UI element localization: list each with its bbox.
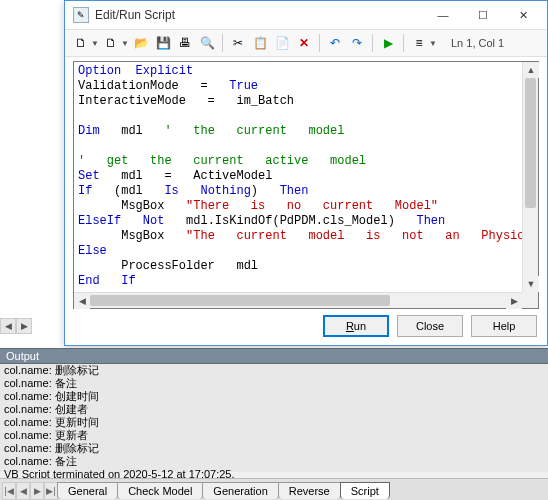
separator xyxy=(372,34,373,52)
output-line: col.name: 创建者 xyxy=(4,403,544,416)
background-scrollbar[interactable]: ◀ ▶ xyxy=(0,310,60,342)
titlebar: ✎ Edit/Run Script — ☐ ✕ xyxy=(65,1,547,29)
output-body[interactable]: col.name: 删除标记 col.name: 备注 col.name: 创建… xyxy=(0,364,548,472)
scroll-thumb[interactable] xyxy=(525,78,536,208)
chevron-down-icon[interactable]: ▼ xyxy=(429,39,437,48)
run-icon[interactable]: ▶ xyxy=(378,33,398,53)
scroll-left-icon[interactable]: ◀ xyxy=(74,293,90,309)
separator xyxy=(222,34,223,52)
tab-reverse[interactable]: Reverse xyxy=(278,482,341,499)
run-button[interactable]: RRunun xyxy=(323,315,389,337)
tab-generation[interactable]: Generation xyxy=(202,482,278,499)
new-doc-icon[interactable]: 🗋 xyxy=(101,33,121,53)
output-line: col.name: 删除标记 xyxy=(4,364,544,377)
redo-icon[interactable]: ↷ xyxy=(347,33,367,53)
tab-script[interactable]: Script xyxy=(340,482,390,499)
maximize-button[interactable]: ☐ xyxy=(463,3,503,27)
tab-nav-prev-icon[interactable]: ◀ xyxy=(16,482,30,500)
cut-icon[interactable]: ✂ xyxy=(228,33,248,53)
scroll-left-icon[interactable]: ◀ xyxy=(0,318,16,334)
vertical-scrollbar[interactable]: ▲ ▼ xyxy=(522,62,538,292)
chevron-down-icon[interactable]: ▼ xyxy=(121,39,129,48)
cursor-position: Ln 1, Col 1 xyxy=(451,37,504,49)
copy-icon[interactable]: 📋 xyxy=(250,33,270,53)
code-content[interactable]: Option Explicit ValidationMode = True In… xyxy=(74,62,522,292)
tab-check-model[interactable]: Check Model xyxy=(117,482,203,499)
tab-nav-first-icon[interactable]: |◀ xyxy=(2,482,16,500)
scroll-up-icon[interactable]: ▲ xyxy=(523,62,539,78)
save-icon[interactable]: 💾 xyxy=(153,33,173,53)
menu-icon[interactable]: ≡ xyxy=(409,33,429,53)
output-panel: Output col.name: 删除标记 col.name: 备注 col.n… xyxy=(0,348,548,472)
dialog-title: Edit/Run Script xyxy=(95,8,423,22)
toolbar: 🗋 ▼ 🗋 ▼ 📂 💾 🖶 🔍 ✂ 📋 📄 ✕ ↶ ↷ ▶ ≡ ▼ Ln 1, … xyxy=(65,29,547,57)
scroll-thumb[interactable] xyxy=(90,295,390,306)
output-line: col.name: 更新时间 xyxy=(4,416,544,429)
output-line: col.name: 备注 xyxy=(4,455,544,468)
output-header: Output xyxy=(0,348,548,364)
paste-icon[interactable]: 📄 xyxy=(272,33,292,53)
scroll-right-icon[interactable]: ▶ xyxy=(16,318,32,334)
tab-general[interactable]: General xyxy=(57,482,118,499)
find-icon[interactable]: 🔍 xyxy=(197,33,217,53)
tab-nav-last-icon[interactable]: ▶| xyxy=(44,482,58,500)
close-button[interactable]: Close xyxy=(397,315,463,337)
close-window-button[interactable]: ✕ xyxy=(503,3,543,27)
separator xyxy=(319,34,320,52)
output-line: col.name: 备注 xyxy=(4,377,544,390)
scroll-corner xyxy=(522,292,538,308)
scroll-right-icon[interactable]: ▶ xyxy=(506,293,522,309)
delete-icon[interactable]: ✕ xyxy=(294,33,314,53)
script-icon: ✎ xyxy=(73,7,89,23)
output-line: col.name: 删除标记 xyxy=(4,442,544,455)
minimize-button[interactable]: — xyxy=(423,3,463,27)
tab-nav-next-icon[interactable]: ▶ xyxy=(30,482,44,500)
dialog-buttons: RRunun Close Help xyxy=(323,315,537,337)
tab-bar: |◀ ◀ ▶ ▶| General Check Model Generation… xyxy=(0,478,548,500)
chevron-down-icon[interactable]: ▼ xyxy=(91,39,99,48)
output-line: col.name: 更新者 xyxy=(4,429,544,442)
code-editor[interactable]: Option Explicit ValidationMode = True In… xyxy=(73,61,539,309)
print-icon[interactable]: 🖶 xyxy=(175,33,195,53)
scroll-down-icon[interactable]: ▼ xyxy=(523,276,539,292)
separator xyxy=(403,34,404,52)
horizontal-scrollbar[interactable]: ◀ ▶ xyxy=(74,292,522,308)
edit-run-script-dialog: ✎ Edit/Run Script — ☐ ✕ 🗋 ▼ 🗋 ▼ 📂 💾 🖶 🔍 … xyxy=(64,0,548,346)
open-icon[interactable]: 📂 xyxy=(131,33,151,53)
output-line: col.name: 创建时间 xyxy=(4,390,544,403)
undo-icon[interactable]: ↶ xyxy=(325,33,345,53)
help-button[interactable]: Help xyxy=(471,315,537,337)
new-icon[interactable]: 🗋 xyxy=(71,33,91,53)
